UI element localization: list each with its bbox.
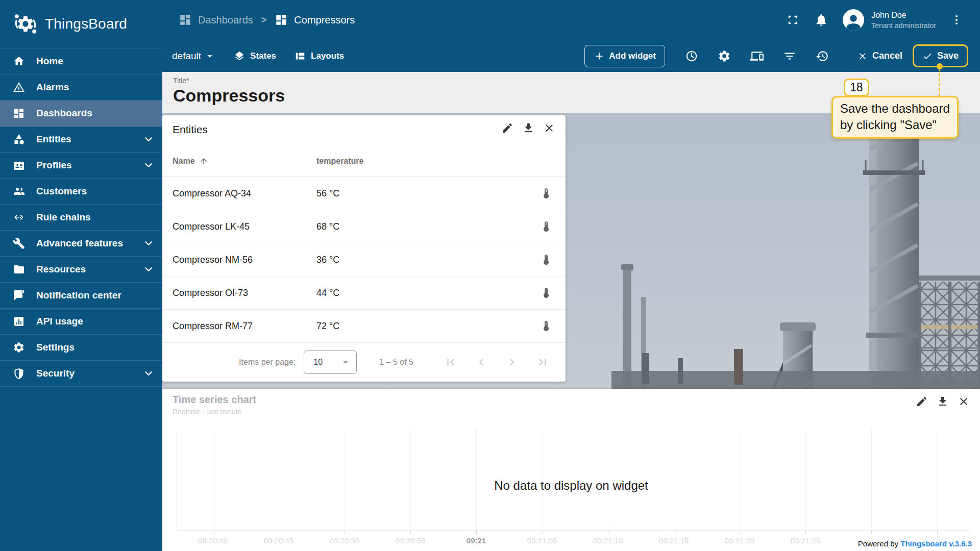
sidebar-item-customers[interactable]: Customers bbox=[0, 179, 162, 205]
add-widget-button[interactable]: Add widget bbox=[584, 45, 665, 67]
entities-icon bbox=[13, 133, 25, 145]
toolbar-right: Add widget Cancel Save bbox=[584, 44, 968, 67]
entities-widget-title: Entities bbox=[173, 123, 208, 136]
app-logo[interactable]: ThingsBoard bbox=[0, 0, 162, 48]
sidebar-item-settings[interactable]: Settings bbox=[0, 335, 162, 361]
sidebar-item-alarms[interactable]: Alarms bbox=[0, 74, 162, 101]
sidebar-item-label: Profiles bbox=[36, 160, 132, 171]
close-icon[interactable] bbox=[958, 395, 970, 408]
main-area: Dashboards>Compressors John Doe Tenant a… bbox=[162, 0, 980, 551]
chart-tick-label: 09:21 bbox=[467, 536, 486, 545]
timewindow-icon[interactable] bbox=[685, 49, 698, 63]
sidebar-item-label: Alarms bbox=[36, 82, 154, 93]
sidebar-item-api-usage[interactable]: API usage bbox=[0, 309, 162, 335]
column-header-temperature[interactable]: temperature bbox=[316, 157, 566, 166]
aliases-icon[interactable] bbox=[750, 49, 764, 63]
sidebar-item-profiles[interactable]: Profiles bbox=[0, 153, 162, 179]
sidebar-item-resources[interactable]: Resources bbox=[0, 257, 162, 283]
chart-widget-actions bbox=[916, 395, 970, 408]
plus-icon bbox=[594, 51, 605, 62]
first-page-button[interactable] bbox=[444, 356, 457, 369]
column-header-name[interactable]: Name bbox=[173, 157, 316, 166]
sidebar-item-label: Security bbox=[36, 368, 132, 379]
sidebar-item-label: Settings bbox=[36, 342, 154, 353]
alarms-icon bbox=[13, 81, 25, 93]
sidebar-item-label: Dashboards bbox=[36, 108, 154, 119]
more-vert-icon[interactable] bbox=[950, 14, 963, 26]
user-role: Tenant administrator bbox=[871, 21, 936, 30]
layouts-button[interactable]: Layouts bbox=[295, 51, 344, 62]
sidebar-item-entities[interactable]: Entities bbox=[0, 127, 162, 153]
close-icon[interactable] bbox=[543, 122, 555, 134]
breadcrumb-label: Dashboards bbox=[198, 14, 253, 26]
rule-chains-icon bbox=[13, 211, 25, 223]
chart-tickmark bbox=[674, 531, 674, 534]
profiles-icon bbox=[13, 159, 25, 171]
chart-tick-label: 09:21:05 bbox=[527, 536, 557, 545]
toolbar-left: default States Layouts bbox=[172, 51, 344, 62]
entities-widget[interactable]: Entities Name temperature Compressor AQ-… bbox=[162, 115, 566, 382]
chart-gridline bbox=[213, 429, 213, 530]
sidebar-item-label: Advanced features bbox=[36, 238, 132, 249]
sidebar-item-home[interactable]: Home bbox=[0, 48, 162, 74]
table-row[interactable]: Compressor NM-5636 °C bbox=[162, 243, 566, 277]
chart-widget-title: Time series chart bbox=[173, 394, 256, 406]
dashboard-canvas: Entities Name temperature Compressor AQ-… bbox=[162, 113, 980, 551]
breadcrumb-item-compressors[interactable]: Compressors bbox=[275, 13, 355, 27]
table-row[interactable]: Compressor OI-7344 °C bbox=[162, 277, 566, 310]
save-button[interactable]: Save bbox=[914, 46, 967, 66]
page-size-select[interactable]: 10 bbox=[304, 350, 357, 374]
table-row[interactable]: Compressor LK-4568 °C bbox=[162, 210, 566, 243]
thermometer-icon bbox=[540, 287, 552, 299]
chart-tickmark bbox=[871, 531, 872, 534]
chart-tickmark bbox=[937, 531, 938, 534]
chart-gridline bbox=[476, 429, 477, 530]
download-icon[interactable] bbox=[937, 395, 949, 408]
breadcrumb-label: Compressors bbox=[294, 14, 355, 26]
name-column-label: Name bbox=[173, 157, 195, 166]
sidebar-item-rule-chains[interactable]: Rule chains bbox=[0, 205, 162, 231]
sidebar-item-advanced-features[interactable]: Advanced features bbox=[0, 231, 162, 257]
thingsboard-app: ThingsBoard HomeAlarmsDashboardsEntities… bbox=[0, 0, 980, 551]
chevron-down-icon bbox=[143, 264, 154, 275]
resources-icon bbox=[13, 263, 25, 276]
sidebar-item-dashboards[interactable]: Dashboards bbox=[0, 101, 162, 127]
edit-icon[interactable] bbox=[501, 122, 513, 134]
sidebar-item-notification-center[interactable]: Notification center bbox=[0, 283, 162, 309]
fullscreen-icon[interactable] bbox=[786, 13, 800, 27]
edit-icon[interactable] bbox=[916, 395, 928, 408]
check-icon bbox=[922, 51, 933, 61]
chart-gridline bbox=[937, 429, 938, 530]
breadcrumb-item-dashboards[interactable]: Dashboards bbox=[179, 13, 253, 27]
thingsboard-version-link[interactable]: Thingsboard v.3.6.3 bbox=[900, 539, 972, 548]
filter-icon[interactable] bbox=[783, 49, 796, 63]
chevron-down-icon bbox=[143, 368, 154, 379]
download-icon[interactable] bbox=[522, 122, 534, 134]
user-menu[interactable]: John Doe Tenant administrator bbox=[843, 9, 936, 31]
settings-icon[interactable] bbox=[718, 49, 731, 63]
version-history-icon[interactable] bbox=[816, 49, 829, 63]
last-page-button[interactable] bbox=[536, 356, 549, 369]
notifications-icon[interactable] bbox=[814, 13, 828, 27]
chart-gridline bbox=[871, 429, 872, 530]
tutorial-step-badge: 18 bbox=[844, 79, 869, 96]
table-row[interactable]: Compressor AQ-3456 °C bbox=[162, 177, 566, 210]
sort-up-icon bbox=[199, 157, 208, 166]
sidebar-item-security[interactable]: Security bbox=[0, 361, 162, 387]
time-series-chart-widget[interactable]: Time series chart Realtime - last minute… bbox=[162, 389, 980, 551]
chart-tick-label: 09:21:25 bbox=[791, 536, 820, 545]
advanced-features-icon bbox=[13, 237, 25, 249]
temperature-cell: 56 °C bbox=[316, 188, 540, 199]
chart-tickmark bbox=[345, 531, 345, 534]
dashboard-state-select[interactable]: default bbox=[172, 51, 215, 62]
next-page-button[interactable] bbox=[505, 356, 519, 369]
dashboards-icon bbox=[275, 13, 288, 27]
states-button[interactable]: States bbox=[234, 51, 276, 62]
prev-page-button[interactable] bbox=[475, 356, 488, 369]
entities-widget-actions bbox=[501, 122, 555, 134]
thermometer-icon bbox=[540, 320, 552, 332]
table-header-row: Name temperature bbox=[162, 146, 566, 177]
table-row[interactable]: Compressor RM-7772 °C bbox=[162, 310, 566, 343]
cancel-button[interactable]: Cancel bbox=[851, 46, 909, 65]
entity-name-cell: Compressor AQ-34 bbox=[173, 188, 316, 199]
